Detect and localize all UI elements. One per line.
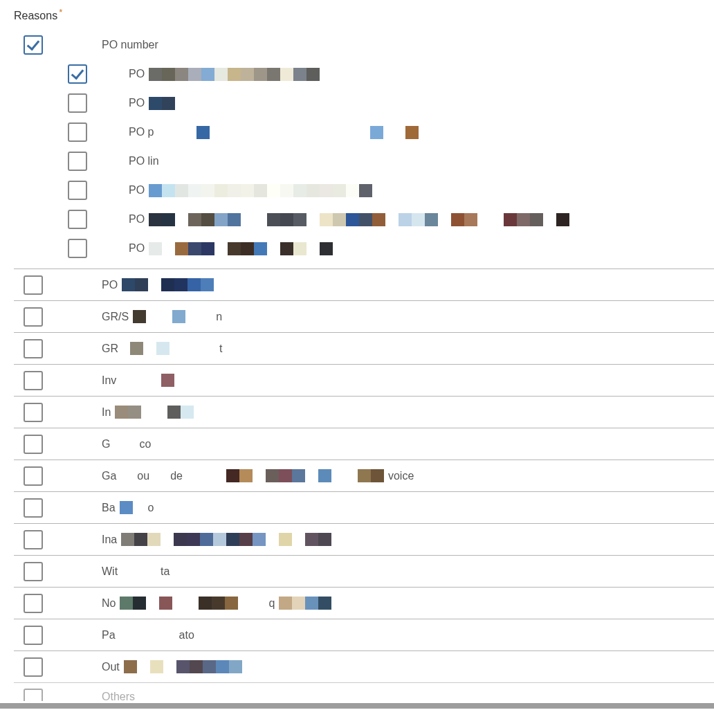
label-main-1: GR/S n — [102, 310, 222, 323]
checkbox-sub-1[interactable] — [68, 93, 87, 113]
reason-sub-4: PO — [14, 176, 714, 205]
label-main-6-mid: ou — [137, 470, 149, 482]
label-main-3-text: Inv — [102, 374, 116, 387]
checkbox-main-10[interactable] — [24, 594, 43, 613]
label-main-5: G co — [102, 438, 151, 451]
checkbox-main-0[interactable] — [24, 275, 43, 295]
label-sub-1: PO — [129, 97, 175, 110]
label-main-7-suffix: o — [148, 502, 154, 514]
checkbox-sub-6[interactable] — [68, 239, 87, 258]
checkbox-sub-2[interactable] — [68, 122, 87, 142]
label-main-11: Pa ato — [102, 629, 194, 641]
reason-others: Others — [14, 682, 714, 703]
obscured-icon — [120, 501, 133, 514]
label-sub-3-text: PO lin — [129, 155, 159, 167]
label-main-10: No q — [102, 597, 331, 610]
label-main-9: Wit ta — [102, 565, 170, 578]
reason-main-10: No q — [14, 587, 714, 619]
label-main-9-text: Wit — [102, 565, 118, 578]
reason-main-7: Ba o — [14, 491, 714, 523]
checkbox-main-7[interactable] — [24, 498, 43, 518]
obscured-icon — [133, 310, 212, 323]
reason-sub-3: PO lin — [14, 147, 714, 176]
label-sub-0: PO — [129, 68, 320, 81]
checkbox-others[interactable] — [24, 689, 43, 701]
obscured-icon — [122, 278, 214, 291]
label-main-10-text: No — [102, 597, 116, 610]
checkbox-main-9[interactable] — [24, 562, 43, 581]
label-main-11-suffix: ato — [179, 629, 194, 641]
label-main-6-suffix: voice — [388, 470, 414, 482]
label-po-number: PO number — [102, 39, 158, 51]
label-sub-6-text: PO — [129, 242, 145, 255]
label-main-0-text: PO — [102, 279, 118, 291]
reason-main-2: GR t — [14, 332, 714, 364]
reason-main-5: G co — [14, 428, 714, 459]
label-main-12-text: Out — [102, 661, 120, 673]
checkbox-main-3[interactable] — [24, 371, 43, 390]
obscured-icon — [196, 126, 210, 139]
label-main-1-suffix: n — [216, 311, 222, 323]
obscured-icon — [149, 68, 320, 81]
label-main-6: Ga ou de voice — [102, 469, 414, 482]
reason-sub-5: PO — [14, 205, 714, 234]
checkbox-main-1[interactable] — [24, 307, 43, 327]
obscured-icon — [115, 406, 194, 419]
label-sub-6: PO — [129, 242, 333, 255]
label-main-9-mid: ta — [161, 565, 170, 578]
reason-main-3: Inv — [14, 364, 714, 396]
label-sub-2-text: PO p — [129, 126, 154, 138]
obscured-icon — [130, 342, 170, 355]
label-main-4: In — [102, 406, 194, 419]
checkbox-sub-3[interactable] — [68, 152, 87, 171]
checkbox-sub-0[interactable] — [68, 64, 87, 84]
reason-sub-1: PO — [14, 89, 714, 118]
reason-sub-6: PO — [14, 234, 714, 263]
obscured-icon — [149, 184, 372, 197]
reason-main-1: GR/S n — [14, 300, 714, 332]
label-main-2: GR t — [102, 342, 222, 355]
checkbox-sub-4[interactable] — [68, 181, 87, 200]
label-others: Others — [102, 691, 135, 703]
label-main-1-text: GR/S — [102, 311, 129, 323]
checkbox-main-11[interactable] — [24, 626, 43, 645]
checkbox-sub-5[interactable] — [68, 210, 87, 229]
obscured-icon — [149, 242, 333, 255]
label-sub-2: PO p — [129, 126, 419, 139]
checkbox-main-2[interactable] — [24, 339, 43, 358]
reason-po-number: PO number — [14, 30, 714, 60]
obscured-icon — [124, 660, 242, 673]
reason-main-6: Ga ou de voice — [14, 459, 714, 491]
checkbox-main-12[interactable] — [24, 657, 43, 677]
reason-main-0: PO — [14, 269, 714, 300]
label-sub-3: PO lin — [129, 155, 159, 167]
checkbox-main-8[interactable] — [24, 530, 43, 549]
label-main-12: Out — [102, 660, 242, 673]
section-label-text: Reasons — [14, 10, 57, 21]
checkbox-main-4[interactable] — [24, 403, 43, 422]
label-main-6-text: Ga — [102, 470, 116, 482]
label-sub-5-text: PO — [129, 213, 145, 226]
checkbox-main-5[interactable] — [24, 435, 43, 454]
label-sub-5: PO — [129, 213, 569, 226]
obscured-icon — [120, 597, 264, 610]
label-main-7-text: Ba — [102, 502, 116, 514]
obscured-icon — [370, 126, 383, 139]
obscured-icon — [149, 97, 175, 110]
label-sub-0-text: PO — [129, 68, 145, 80]
label-main-3: Inv — [102, 374, 174, 387]
label-main-8: Ina — [102, 533, 331, 546]
reason-main-11: Pa ato — [14, 619, 714, 650]
label-main-8-text: Ina — [102, 534, 117, 546]
checkbox-po-number[interactable] — [24, 35, 43, 55]
label-main-0: PO — [102, 278, 214, 291]
label-main-7: Ba o — [102, 501, 154, 514]
checkbox-main-6[interactable] — [24, 466, 43, 486]
required-star-icon: * — [59, 7, 62, 17]
label-sub-4-text: PO — [129, 184, 145, 197]
label-main-5-suffix: co — [139, 438, 151, 451]
reason-main-8: Ina — [14, 523, 714, 555]
reason-main-4: In — [14, 396, 714, 428]
bottom-bar — [0, 703, 714, 709]
label-main-10-suffix: q — [268, 597, 275, 610]
